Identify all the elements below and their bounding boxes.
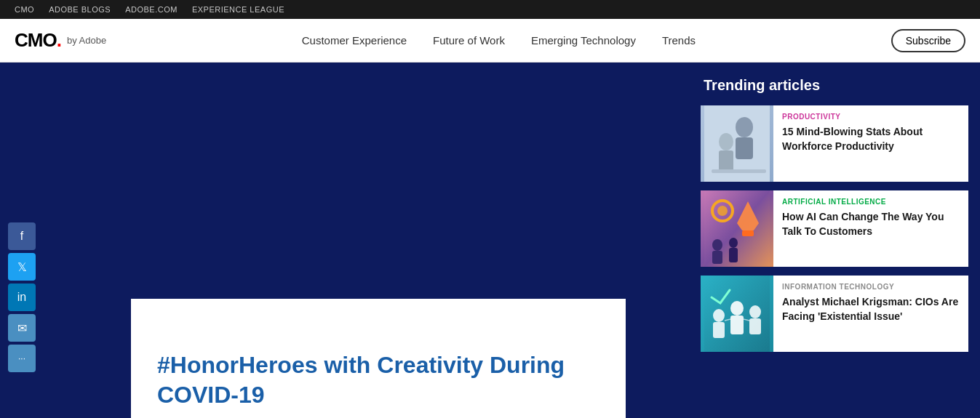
trending-content-2: ARTIFICIAL INTELLIGENCE How AI Can Chang… (773, 190, 968, 267)
site-header: CMO. by Adobe Customer Experience Future… (0, 19, 980, 63)
email-icon: ✉ (17, 321, 27, 335)
svg-point-13 (729, 238, 738, 248)
productivity-illustration (704, 105, 770, 182)
subscribe-button[interactable]: Subscribe (891, 29, 965, 52)
trending-content-1: PRODUCTIVITY 15 Mind-Blowing Stats About… (773, 105, 968, 182)
thumb-it-image (701, 276, 773, 352)
svg-point-18 (730, 301, 744, 315)
it-illustration (704, 276, 770, 352)
facebook-icon: f (20, 230, 23, 243)
article-title: #HonorHeroes with Creativity During COVI… (157, 350, 599, 411)
linkedin-button[interactable]: in (8, 284, 36, 311)
trending-card-2[interactable]: ARTIFICIAL INTELLIGENCE How AI Can Chang… (701, 190, 968, 267)
card-title-1: 15 Mind-Blowing Stats About Workforce Pr… (782, 125, 960, 153)
linkedin-icon: in (17, 291, 26, 304)
nav-customer-experience[interactable]: Customer Experience (302, 34, 407, 47)
svg-point-20 (749, 305, 761, 318)
facebook-button[interactable]: f (8, 222, 36, 250)
svg-rect-17 (713, 322, 725, 338)
ai-illustration (704, 190, 770, 267)
main-nav: Customer Experience Future of Work Emerg… (302, 34, 696, 47)
thumbnail-productivity (701, 105, 773, 182)
trending-card-3[interactable]: INFORMATION TECHNOLOGY Analyst Michael K… (701, 276, 968, 352)
svg-rect-4 (719, 150, 733, 171)
thumb-productivity-image (701, 105, 773, 182)
card-title-2: How AI Can Change The Way You Talk To Cu… (782, 210, 960, 238)
svg-point-1 (736, 117, 753, 137)
more-button[interactable]: ··· (8, 345, 36, 372)
logo-cmo-text: CMO. (15, 29, 61, 52)
svg-point-8 (717, 206, 728, 216)
category-it: INFORMATION TECHNOLOGY (782, 283, 960, 291)
svg-point-16 (713, 309, 725, 322)
svg-rect-5 (712, 169, 766, 173)
svg-rect-14 (729, 248, 738, 262)
article-area: #HonorHeroes with Creativity During COVI… (0, 63, 689, 418)
article-card[interactable]: #HonorHeroes with Creativity During COVI… (131, 299, 626, 418)
thumbnail-ai (701, 190, 773, 267)
social-sidebar: f 𝕏 in ✉ ··· (0, 63, 44, 418)
logo-dot: . (57, 29, 61, 51)
nav-future-of-work[interactable]: Future of Work (433, 34, 505, 47)
twitter-icon: 𝕏 (17, 260, 27, 274)
trending-content-3: INFORMATION TECHNOLOGY Analyst Michael K… (773, 276, 968, 352)
svg-point-11 (712, 239, 722, 251)
trending-heading: Trending articles (701, 77, 968, 94)
trending-card-1[interactable]: PRODUCTIVITY 15 Mind-Blowing Stats About… (701, 105, 968, 182)
card-title-3: Analyst Michael Krigsman: CIOs Are Facin… (782, 295, 960, 323)
twitter-button[interactable]: 𝕏 (8, 253, 36, 281)
more-icon: ··· (18, 353, 25, 363)
email-button[interactable]: ✉ (8, 314, 36, 342)
right-sidebar: Trending articles (689, 63, 980, 418)
topbar-adobe-blogs[interactable]: ADOBE BLOGS (49, 5, 111, 14)
thumbnail-it (701, 276, 773, 352)
svg-rect-10 (742, 230, 754, 236)
svg-rect-21 (749, 318, 761, 334)
topbar-adobe-com[interactable]: ADOBE.COM (125, 5, 178, 14)
svg-rect-12 (712, 251, 722, 264)
category-ai: ARTIFICIAL INTELLIGENCE (782, 198, 960, 206)
logo-by-adobe: by Adobe (67, 35, 106, 46)
thumb-ai-image (701, 190, 773, 267)
svg-rect-19 (730, 315, 744, 334)
nav-trends[interactable]: Trends (662, 34, 696, 47)
top-bar: CMO ADOBE BLOGS ADOBE.COM EXPERIENCE LEA… (0, 0, 980, 19)
category-productivity: PRODUCTIVITY (782, 113, 960, 121)
svg-rect-2 (736, 137, 753, 159)
topbar-cmo[interactable]: CMO (15, 5, 34, 14)
nav-emerging-technology[interactable]: Emerging Technology (531, 34, 636, 47)
svg-point-3 (719, 133, 733, 150)
logo[interactable]: CMO. by Adobe (15, 29, 106, 52)
main-area: f 𝕏 in ✉ ··· #HonorHeroes with Creativit… (0, 63, 980, 418)
topbar-experience-league[interactable]: EXPERIENCE LEAGUE (192, 5, 284, 14)
